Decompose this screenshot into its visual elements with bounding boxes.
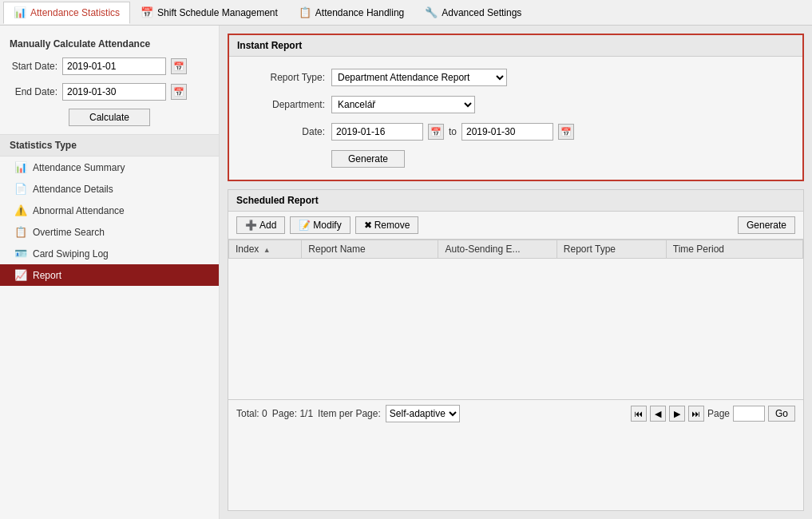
- start-date-input[interactable]: [62, 57, 166, 75]
- remove-label: Remove: [374, 220, 410, 231]
- scheduled-toolbar: ➕ Add 📝 Modify ✖ Remove Generate: [228, 212, 803, 240]
- last-page-button[interactable]: ⏭: [688, 406, 704, 422]
- department-label: Department:: [245, 99, 325, 110]
- item-per-page-select[interactable]: Self-adaptive 10 20 50: [386, 405, 460, 422]
- sidebar-item-report-label: Report: [33, 270, 61, 281]
- start-date-label: Start Date:: [10, 61, 57, 72]
- index-sort-icon: ▲: [263, 246, 271, 254]
- tab-advanced-settings-label: Advanced Settings: [442, 7, 521, 18]
- page-label: Page: 1/1: [272, 408, 313, 419]
- department-row: Department: Kancelář: [245, 96, 786, 113]
- item-per-page-label: Item per Page:: [318, 408, 381, 419]
- col-header-index: Index ▲: [229, 240, 302, 259]
- content-area: Instant Report Report Type: Department A…: [220, 26, 812, 519]
- total-label: Total: 0: [236, 408, 267, 419]
- instant-report-body: Report Type: Department Attendance Repor…: [229, 57, 802, 180]
- scheduled-table-container: Index ▲ Report Name Auto-Sending E... Re…: [228, 240, 803, 399]
- report-type-row: Report Type: Department Attendance Repor…: [245, 69, 786, 86]
- sidebar-item-attendance-details-label: Attendance Details: [33, 184, 113, 195]
- tab-shift-schedule-label: Shift Schedule Management: [157, 7, 278, 18]
- sidebar-item-overtime-search[interactable]: 📋 Overtime Search: [0, 221, 219, 243]
- tab-attendance-statistics[interactable]: 📊 Attendance Statistics: [3, 2, 130, 24]
- remove-button[interactable]: ✖ Remove: [355, 216, 419, 234]
- end-date-calendar-icon[interactable]: 📅: [171, 84, 187, 100]
- end-date-row: End Date: 📅: [0, 80, 219, 104]
- report-icon: 📈: [14, 269, 27, 281]
- page-label2: Page: [707, 408, 730, 419]
- start-date-row: Start Date: 📅: [0, 54, 219, 78]
- instant-generate-button[interactable]: Generate: [331, 150, 405, 168]
- add-button[interactable]: ➕ Add: [236, 216, 285, 234]
- first-page-button[interactable]: ⏮: [631, 406, 647, 422]
- date-to-input[interactable]: [461, 123, 553, 141]
- tab-attendance-handling-label: Attendance Handling: [315, 7, 404, 18]
- date-range-inputs: 📅 to 📅: [331, 123, 574, 141]
- col-header-auto-sending: Auto-Sending E...: [438, 240, 557, 259]
- calculate-button[interactable]: Calculate: [69, 109, 150, 126]
- report-type-select[interactable]: Department Attendance Report Personal At…: [331, 69, 507, 86]
- tab-shift-schedule[interactable]: 📅 Shift Schedule Management: [130, 2, 288, 24]
- go-button[interactable]: Go: [768, 406, 795, 422]
- sidebar-item-abnormal-attendance[interactable]: ⚠️ Abnormal Attendance: [0, 200, 219, 221]
- add-icon: ➕: [245, 220, 257, 231]
- tab-attendance-handling[interactable]: 📋 Attendance Handling: [288, 2, 414, 24]
- sidebar-item-abnormal-attendance-label: Abnormal Attendance: [33, 205, 125, 216]
- sidebar-item-card-swiping-label: Card Swiping Log: [33, 248, 109, 260]
- report-type-label: Report Type:: [245, 72, 325, 83]
- date-range-label: Date:: [245, 126, 325, 137]
- sidebar: Manually Calculate Attendance Start Date…: [0, 26, 220, 519]
- top-nav: 📊 Attendance Statistics 📅 Shift Schedule…: [0, 0, 812, 26]
- sidebar-item-attendance-summary-label: Attendance Summary: [33, 162, 125, 173]
- main-content: Manually Calculate Attendance Start Date…: [0, 26, 812, 519]
- sidebar-item-report[interactable]: 📈 Report: [0, 264, 219, 286]
- scheduled-generate-label: Generate: [747, 220, 786, 231]
- end-date-input[interactable]: [62, 83, 166, 101]
- shift-schedule-icon: 📅: [141, 6, 153, 18]
- attendance-handling-icon: 📋: [299, 6, 311, 18]
- tab-advanced-settings[interactable]: 🔧 Advanced Settings: [414, 2, 532, 24]
- statistics-type-title: Statistics Type: [0, 134, 219, 156]
- scheduled-generate-button[interactable]: Generate: [738, 216, 795, 234]
- card-swiping-icon: 🪪: [14, 248, 27, 260]
- date-range-form-row: Date: 📅 to 📅: [245, 123, 786, 141]
- advanced-settings-icon: 🔧: [425, 6, 438, 18]
- end-date-label: End Date:: [10, 86, 57, 97]
- table-header-row: Index ▲ Report Name Auto-Sending E... Re…: [229, 240, 803, 259]
- attendance-stats-icon: 📊: [14, 6, 26, 18]
- to-label: to: [449, 126, 457, 137]
- instant-report-title: Instant Report: [229, 35, 802, 57]
- col-header-time-period: Time Period: [666, 240, 802, 259]
- modify-icon: 📝: [299, 220, 311, 231]
- scheduled-report-title: Scheduled Report: [228, 190, 803, 212]
- attendance-summary-icon: 📊: [14, 161, 27, 173]
- instant-report-panel: Instant Report Report Type: Department A…: [228, 34, 804, 181]
- attendance-details-icon: 📄: [14, 183, 27, 195]
- manually-calculate-title: Manually Calculate Attendance: [0, 34, 219, 54]
- scheduled-table: Index ▲ Report Name Auto-Sending E... Re…: [228, 240, 803, 259]
- sidebar-item-card-swiping-log[interactable]: 🪪 Card Swiping Log: [0, 243, 219, 264]
- pagination-bar: Total: 0 Page: 1/1 Item per Page: Self-a…: [228, 399, 803, 427]
- col-header-report-name: Report Name: [302, 240, 438, 259]
- calculate-button-row: Calculate: [0, 105, 219, 134]
- page-number-input[interactable]: [733, 406, 765, 422]
- next-page-button[interactable]: ▶: [669, 406, 685, 422]
- department-select[interactable]: Kancelář: [331, 96, 475, 113]
- modify-button[interactable]: 📝 Modify: [290, 216, 350, 234]
- modify-label: Modify: [313, 220, 341, 231]
- tab-attendance-statistics-label: Attendance Statistics: [30, 7, 120, 18]
- sidebar-item-attendance-details[interactable]: 📄 Attendance Details: [0, 178, 219, 200]
- remove-icon: ✖: [364, 220, 372, 231]
- date-to-calendar-icon[interactable]: 📅: [558, 124, 574, 140]
- start-date-calendar-icon[interactable]: 📅: [171, 58, 187, 74]
- sidebar-item-overtime-search-label: Overtime Search: [33, 227, 105, 238]
- instant-generate-row: Generate: [245, 150, 786, 168]
- overtime-search-icon: 📋: [14, 226, 27, 238]
- add-label: Add: [259, 220, 276, 231]
- date-from-calendar-icon[interactable]: 📅: [428, 124, 444, 140]
- date-from-input[interactable]: [331, 123, 423, 141]
- abnormal-attendance-icon: ⚠️: [14, 204, 27, 216]
- prev-page-button[interactable]: ◀: [650, 406, 666, 422]
- scheduled-report-panel: Scheduled Report ➕ Add 📝 Modify ✖ Remove…: [228, 189, 804, 511]
- sidebar-item-attendance-summary[interactable]: 📊 Attendance Summary: [0, 156, 219, 178]
- col-header-report-type: Report Type: [557, 240, 666, 259]
